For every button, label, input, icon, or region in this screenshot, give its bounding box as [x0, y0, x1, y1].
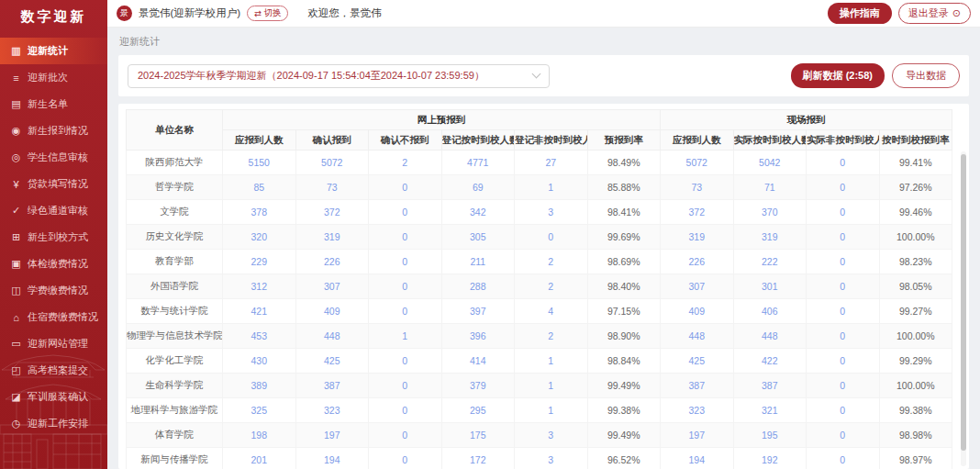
- count-link[interactable]: 73: [661, 175, 734, 200]
- count-link[interactable]: 312: [223, 274, 296, 299]
- count-link[interactable]: 85: [223, 175, 296, 200]
- count-link[interactable]: 409: [295, 299, 369, 324]
- sidebar-item-6[interactable]: ¥贷款填写情况: [0, 171, 107, 197]
- count-link[interactable]: 0: [807, 175, 880, 200]
- sidebar-item-10[interactable]: ◫学费缴费情况: [0, 277, 107, 304]
- count-link[interactable]: 389: [223, 374, 296, 398]
- count-link[interactable]: 378: [223, 200, 296, 225]
- count-link[interactable]: 0: [807, 349, 880, 374]
- count-link[interactable]: 2: [515, 250, 588, 274]
- count-link[interactable]: 425: [661, 349, 734, 374]
- count-link[interactable]: 175: [441, 423, 515, 448]
- count-link[interactable]: 0: [369, 299, 442, 324]
- count-link[interactable]: 370: [733, 200, 807, 225]
- count-link[interactable]: 195: [733, 423, 807, 448]
- count-link[interactable]: 0: [369, 398, 442, 423]
- count-link[interactable]: 387: [295, 374, 369, 398]
- count-link[interactable]: 2: [515, 324, 588, 349]
- count-link[interactable]: 194: [661, 448, 734, 469]
- count-link[interactable]: 1: [515, 349, 588, 374]
- count-link[interactable]: 307: [295, 274, 369, 299]
- count-link[interactable]: 0: [807, 250, 880, 274]
- export-data-button[interactable]: 导出数据: [892, 63, 960, 88]
- sidebar-item-2[interactable]: ≡迎新批次: [0, 64, 107, 91]
- count-link[interactable]: 342: [441, 200, 515, 225]
- count-link[interactable]: 288: [441, 274, 515, 299]
- count-link[interactable]: 0: [369, 374, 442, 398]
- count-link[interactable]: 453: [223, 324, 296, 349]
- count-link[interactable]: 0: [807, 374, 880, 398]
- count-link[interactable]: 172: [441, 448, 515, 469]
- count-link[interactable]: 0: [807, 324, 880, 349]
- count-link[interactable]: 229: [223, 250, 296, 274]
- count-link[interactable]: 409: [661, 299, 734, 324]
- count-link[interactable]: 5072: [661, 151, 734, 175]
- sidebar-item-8[interactable]: ⊞新生到校方式: [0, 224, 107, 251]
- count-link[interactable]: 448: [733, 324, 807, 349]
- count-link[interactable]: 387: [661, 374, 734, 398]
- count-link[interactable]: 425: [295, 349, 369, 374]
- count-link[interactable]: 71: [733, 175, 807, 200]
- count-link[interactable]: 448: [295, 324, 369, 349]
- count-link[interactable]: 0: [807, 299, 880, 324]
- count-link[interactable]: 4: [515, 299, 588, 324]
- count-link[interactable]: 197: [661, 423, 734, 448]
- sidebar-item-7[interactable]: ✓绿色通道审核: [0, 197, 107, 224]
- count-link[interactable]: 226: [661, 250, 734, 274]
- count-link[interactable]: 3: [515, 448, 588, 469]
- count-link[interactable]: 0: [369, 175, 442, 200]
- count-link[interactable]: 305: [441, 225, 515, 250]
- count-link[interactable]: 321: [733, 398, 807, 423]
- sidebar-item-14[interactable]: ◪军训服装确认: [0, 384, 107, 410]
- count-link[interactable]: 3: [515, 423, 588, 448]
- count-link[interactable]: 379: [441, 374, 515, 398]
- count-link[interactable]: 198: [223, 423, 296, 448]
- count-link[interactable]: 319: [661, 225, 734, 250]
- count-link[interactable]: 194: [295, 448, 369, 469]
- count-link[interactable]: 387: [733, 374, 807, 398]
- batch-select[interactable]: 2024-2025学年秋季学期迎新（2024-09-17 15:54:04至20…: [128, 64, 550, 88]
- count-link[interactable]: 2: [369, 151, 442, 175]
- sidebar-item-4[interactable]: ◉新生报到情况: [0, 117, 107, 144]
- count-link[interactable]: 197: [295, 423, 369, 448]
- scrollbar-thumb[interactable]: [961, 154, 966, 450]
- count-link[interactable]: 0: [807, 225, 880, 250]
- sidebar-item-5[interactable]: ◎学生信息审核: [0, 144, 107, 171]
- logout-button[interactable]: 退出登录 ⊙: [898, 3, 971, 24]
- count-link[interactable]: 201: [223, 448, 296, 469]
- count-link[interactable]: 1: [515, 398, 588, 423]
- count-link[interactable]: 4771: [441, 151, 515, 175]
- count-link[interactable]: 69: [441, 175, 515, 200]
- count-link[interactable]: 319: [733, 225, 807, 250]
- count-link[interactable]: 1: [515, 175, 588, 200]
- count-link[interactable]: 0: [369, 448, 442, 469]
- sidebar-item-11[interactable]: ⌂住宿费缴费情况: [0, 304, 107, 330]
- count-link[interactable]: 211: [441, 250, 515, 274]
- count-link[interactable]: 2: [515, 274, 588, 299]
- count-link[interactable]: 0: [369, 200, 442, 225]
- count-link[interactable]: 192: [733, 448, 807, 469]
- count-link[interactable]: 226: [295, 250, 369, 274]
- sidebar-item-15[interactable]: ◷迎新工作安排: [0, 410, 107, 437]
- count-link[interactable]: 422: [733, 349, 807, 374]
- count-link[interactable]: 0: [807, 151, 880, 175]
- count-link[interactable]: 5150: [223, 151, 296, 175]
- sidebar-item-13[interactable]: ◰高考档案提交: [0, 357, 107, 384]
- count-link[interactable]: 295: [441, 398, 515, 423]
- refresh-data-button[interactable]: 刷新数据 (2:58): [791, 63, 885, 88]
- count-link[interactable]: 372: [661, 200, 734, 225]
- count-link[interactable]: 414: [441, 349, 515, 374]
- count-link[interactable]: 1: [515, 374, 588, 398]
- count-link[interactable]: 5072: [295, 151, 369, 175]
- count-link[interactable]: 0: [807, 423, 880, 448]
- count-link[interactable]: 406: [733, 299, 807, 324]
- count-link[interactable]: 430: [223, 349, 296, 374]
- count-link[interactable]: 323: [295, 398, 369, 423]
- count-link[interactable]: 323: [661, 398, 734, 423]
- count-link[interactable]: 0: [807, 448, 880, 469]
- count-link[interactable]: 73: [295, 175, 369, 200]
- count-link[interactable]: 0: [807, 200, 880, 225]
- count-link[interactable]: 397: [441, 299, 515, 324]
- sidebar-item-3[interactable]: ▤新生名单: [0, 91, 107, 117]
- switch-user-button[interactable]: ⇄ 切换: [247, 6, 288, 21]
